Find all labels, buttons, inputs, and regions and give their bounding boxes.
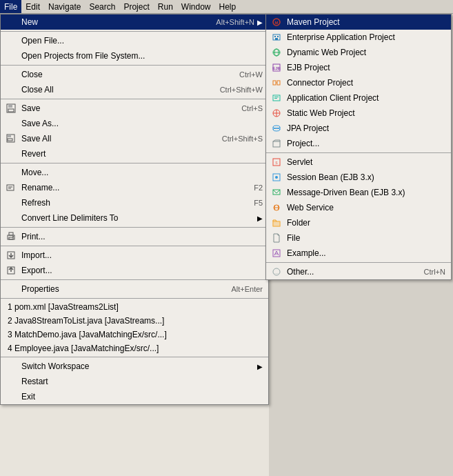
menu-restart[interactable]: Restart	[1, 374, 268, 389]
svg-rect-10	[9, 232, 13, 235]
submenu-staticweb[interactable]: Static Web Project	[266, 106, 451, 121]
menu-close[interactable]: Close Ctrl+W	[1, 67, 268, 82]
submenu-project[interactable]: Project...	[266, 136, 451, 151]
submenu-folder[interactable]: Folder	[266, 215, 451, 230]
print-label: Print...	[21, 232, 46, 241]
submenu-maven[interactable]: M Maven Project	[266, 14, 451, 30]
submenu-jpa[interactable]: JPA Project	[266, 121, 451, 136]
svg-rect-1	[8, 104, 12, 108]
refresh-label: Refresh	[21, 198, 50, 208]
ejb-label: EJB Project	[287, 63, 330, 72]
project-label: Project...	[287, 139, 319, 148]
menu-save-all[interactable]: Save All Ctrl+Shift+S	[1, 131, 268, 146]
session-icon	[270, 171, 283, 184]
menu-import[interactable]: Import...	[1, 248, 268, 263]
menubar-help[interactable]: Help	[215, 0, 241, 13]
recent-3[interactable]: 3 MatchDemo.java [JavaMatchingEx/src/...…	[1, 328, 268, 341]
recent-2[interactable]: 2 Java8StreamToList.java [JavaStreams...…	[1, 314, 268, 328]
message-label: Message-Driven Bean (EJB 3.x)	[287, 188, 405, 197]
menubar-run[interactable]: Run	[154, 0, 177, 13]
menubar-window[interactable]: Window	[177, 0, 215, 13]
submenu-message[interactable]: Message-Driven Bean (EJB 3.x)	[266, 185, 451, 200]
menu-close-all[interactable]: Close All Ctrl+Shift+W	[1, 82, 268, 97]
properties-label: Properties	[21, 284, 59, 294]
recent-1[interactable]: 1 pom.xml [JavaStreams2List]	[1, 300, 268, 314]
menu-open-file[interactable]: Open File...	[1, 33, 268, 48]
menu-open-projects[interactable]: Open Projects from File System...	[1, 48, 268, 63]
menu-properties[interactable]: Properties Alt+Enter	[1, 281, 268, 297]
servlet-icon: S	[270, 156, 283, 168]
svg-rect-2	[8, 109, 14, 112]
submenu-enterprise[interactable]: Enterprise Application Project	[266, 30, 451, 45]
print-icon	[5, 230, 17, 243]
menu-save-as[interactable]: Save As...	[1, 116, 268, 131]
submenu-servlet[interactable]: S Servlet	[266, 155, 451, 170]
connector-icon	[270, 77, 283, 89]
svg-rect-4	[8, 135, 11, 137]
open-projects-label: Open Projects from File System...	[21, 51, 145, 61]
svg-rect-5	[8, 139, 12, 141]
import-label: Import...	[21, 250, 52, 260]
submenu-session[interactable]: Session Bean (EJB 3.x)	[266, 170, 451, 185]
appclient-icon	[270, 92, 283, 104]
menubar-search[interactable]: Search	[85, 0, 119, 13]
submenu-webservice[interactable]: Web Service	[266, 200, 451, 215]
menubar: File Edit Navigate Search Project Run Wi…	[0, 0, 453, 14]
maven-label: Maven Project	[287, 17, 340, 27]
other-icon: ...	[270, 266, 283, 278]
exit-label: Exit	[21, 392, 35, 401]
submenu-appclient[interactable]: Application Client Project	[266, 90, 451, 106]
menu-rename[interactable]: Rename... F2	[1, 180, 268, 195]
folder-icon	[270, 217, 283, 229]
submenu-sep2	[266, 262, 451, 263]
menubar-navigate[interactable]: Navigate	[44, 0, 85, 13]
menubar-file[interactable]: File	[0, 0, 21, 13]
save-shortcut: Ctrl+S	[241, 104, 263, 112]
webservice-icon	[270, 201, 283, 214]
svg-text:M: M	[275, 21, 279, 25]
menu-switch-workspace[interactable]: Switch Workspace ▶	[1, 359, 268, 374]
menubar-edit[interactable]: Edit	[21, 0, 44, 13]
recent-4-label: 4 Employee.java [JavaMatchingEx/src/...]	[8, 344, 159, 353]
example-icon	[270, 247, 283, 259]
recent-1-label: 1 pom.xml [JavaStreams2List]	[8, 302, 119, 312]
svg-rect-32	[274, 97, 279, 97]
submenu-connector[interactable]: Connector Project	[266, 75, 451, 90]
save-all-label: Save All	[21, 134, 51, 143]
dynamic-label: Dynamic Web Project	[287, 48, 366, 57]
menu-print[interactable]: Print...	[1, 229, 268, 244]
menu-export[interactable]: Export...	[1, 263, 268, 278]
menu-save[interactable]: Save Ctrl+S	[1, 101, 268, 116]
svg-rect-21	[277, 36, 279, 37]
submenu-other[interactable]: ... Other... Ctrl+N	[266, 264, 451, 279]
svg-rect-6	[7, 185, 14, 190]
move-label: Move...	[21, 168, 48, 177]
close-label: Close	[21, 70, 43, 79]
save-all-shortcut: Ctrl+Shift+S	[222, 135, 263, 143]
export-label: Export...	[21, 266, 52, 275]
submenu-file[interactable]: File	[266, 230, 451, 246]
new-label: New	[21, 17, 38, 27]
switch-workspace-label: Switch Workspace	[21, 361, 89, 371]
sep3	[1, 99, 268, 99]
menu-revert[interactable]: Revert	[1, 146, 268, 161]
sep9	[1, 357, 268, 357]
recent-4[interactable]: 4 Employee.java [JavaMatchingEx/src/...]	[1, 341, 268, 355]
sep7	[1, 279, 268, 280]
menubar-project[interactable]: Project	[119, 0, 153, 13]
dynamic-web-icon	[270, 46, 283, 59]
menu-exit[interactable]: Exit	[1, 389, 268, 404]
menu-new[interactable]: NewAlt+Shift+N▶	[1, 14, 268, 30]
submenu-ejb[interactable]: EJB EJB Project	[266, 60, 451, 75]
menu-convert[interactable]: Convert Line Delimiters To ▶	[1, 210, 268, 226]
menu-move[interactable]: Move...	[1, 165, 268, 180]
recent-3-label: 3 MatchDemo.java [JavaMatchingEx/src/...…	[8, 330, 167, 339]
menu-refresh[interactable]: Refresh F5	[1, 195, 268, 210]
svg-text:EJB: EJB	[272, 66, 281, 70]
example-label: Example...	[287, 248, 326, 258]
switch-workspace-arrow: ▶	[257, 363, 263, 370]
submenu-example[interactable]: Example...	[266, 246, 451, 261]
restart-label: Restart	[21, 377, 48, 386]
submenu-dynamic[interactable]: Dynamic Web Project	[266, 45, 451, 60]
staticweb-icon	[270, 107, 283, 119]
